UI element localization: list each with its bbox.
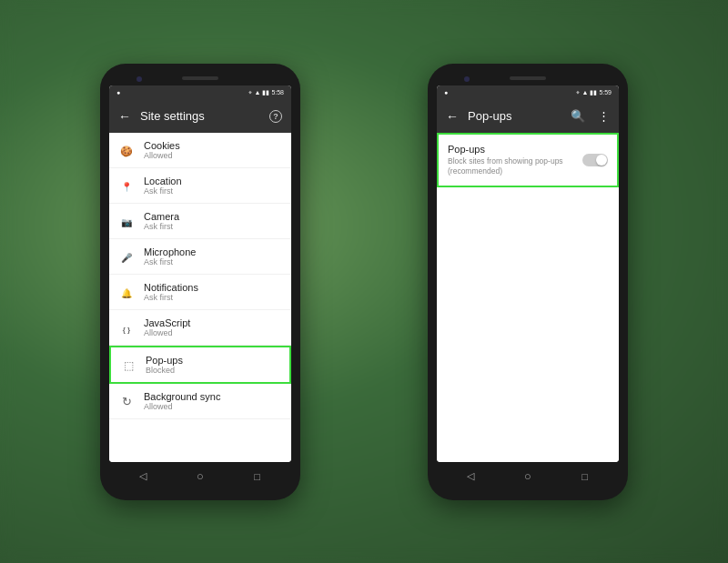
- phone-2-status-bar: ● ⌖ ▲ ▮▮ 5:59: [437, 85, 619, 100]
- background-sync-icon: [118, 394, 135, 408]
- microphone-text: Microphone Ask first: [144, 246, 196, 266]
- settings-item-popups[interactable]: Pop-ups Blocked: [109, 346, 291, 384]
- phone-1-back-button[interactable]: ←: [118, 109, 131, 124]
- phone-2-more-button[interactable]: ⋮: [598, 109, 610, 123]
- phone-2-recents-nav[interactable]: [576, 467, 594, 486]
- phone-1-status-bar: ● ⌖ ▲ ▮▮ 5:58: [109, 85, 291, 100]
- popup-setting-title: Pop-ups: [448, 144, 582, 155]
- popups-setting-item[interactable]: Pop-ups Block sites from showing pop-ups…: [437, 133, 619, 187]
- phone-1-camera: [136, 76, 142, 82]
- javascript-icon: [118, 320, 135, 335]
- phone-1-title: Site settings: [140, 109, 260, 123]
- phone-1: ● ⌖ ▲ ▮▮ 5:58 ← Site settings ? Cookies …: [100, 64, 300, 500]
- camera-subtitle: Ask first: [144, 222, 179, 231]
- background-sync-title: Background sync: [144, 391, 220, 402]
- phone-2: ● ⌖ ▲ ▮▮ 5:59 ← Pop-ups 🔍 ⋮ Pop-ups Bloc…: [428, 64, 628, 500]
- cookie-icon: [118, 143, 135, 157]
- time-display: 5:58: [271, 89, 284, 96]
- phone-1-speaker: [182, 76, 218, 80]
- settings-item-background-sync[interactable]: Background sync Allowed: [109, 384, 291, 419]
- phone-2-search-button[interactable]: 🔍: [571, 109, 585, 123]
- phone-2-top-bar: [437, 73, 619, 85]
- phone-2-bluetooth-icon: ⌖: [576, 89, 580, 96]
- popups-text: Pop-ups Blocked: [146, 355, 183, 375]
- popup-setting-subtitle: Block sites from showing pop-ups (recomm…: [448, 156, 582, 176]
- cookies-subtitle: Allowed: [144, 151, 180, 160]
- phone-2-app-bar: ← Pop-ups 🔍 ⋮: [437, 100, 619, 133]
- settings-item-location[interactable]: Location Ask first: [109, 168, 291, 204]
- notifications-subtitle: Ask first: [144, 293, 198, 302]
- javascript-text: JavaScript Allowed: [144, 317, 190, 337]
- phone-2-screen: ● ⌖ ▲ ▮▮ 5:59 ← Pop-ups 🔍 ⋮ Pop-ups Bloc…: [437, 85, 619, 462]
- background-sync-text: Background sync Allowed: [144, 391, 220, 411]
- phone-2-status-icons: ⌖ ▲ ▮▮ 5:59: [576, 89, 612, 96]
- phone-2-title: Pop-ups: [468, 109, 561, 123]
- phone-2-signal-icon: ▮▮: [590, 89, 597, 96]
- location-title: Location: [144, 176, 182, 186]
- javascript-title: JavaScript: [144, 317, 190, 328]
- location-subtitle: Ask first: [144, 186, 182, 196]
- cookies-title: Cookies: [144, 140, 180, 151]
- phone-1-back-nav[interactable]: [134, 467, 152, 486]
- microphone-icon: [118, 249, 135, 264]
- phone-2-content: Pop-ups Block sites from showing pop-ups…: [437, 133, 619, 462]
- phone-1-app-bar: ← Site settings ?: [109, 100, 291, 133]
- notifications-title: Notifications: [144, 282, 198, 293]
- phone-1-screen: ● ⌖ ▲ ▮▮ 5:58 ← Site settings ? Cookies …: [109, 85, 291, 462]
- phone-1-help-button[interactable]: ?: [269, 110, 282, 123]
- settings-item-javascript[interactable]: JavaScript Allowed: [109, 310, 291, 346]
- phone-1-home-nav[interactable]: [191, 467, 209, 486]
- settings-item-cookies[interactable]: Cookies Allowed: [109, 133, 291, 168]
- phone-2-back-nav[interactable]: [461, 467, 480, 486]
- popups-toggle[interactable]: [582, 154, 608, 166]
- cookies-text: Cookies Allowed: [144, 140, 180, 160]
- camera-icon: [118, 214, 135, 228]
- phone-2-back-button[interactable]: ←: [446, 109, 459, 124]
- phone-2-wifi-icon: ▲: [581, 89, 588, 96]
- phone-2-home-nav[interactable]: [519, 467, 537, 486]
- notifications-text: Notifications Ask first: [144, 282, 198, 302]
- popups-subtitle: Blocked: [146, 366, 183, 375]
- phone-1-nav-bar: [109, 462, 291, 491]
- phone-1-recents-nav[interactable]: [248, 467, 267, 486]
- popups-icon: [120, 357, 136, 372]
- location-icon: [118, 178, 135, 193]
- location-text: Location Ask first: [144, 176, 182, 196]
- phone-1-settings-list: Cookies Allowed Location Ask first Camer…: [109, 133, 291, 462]
- settings-item-camera[interactable]: Camera Ask first: [109, 204, 291, 239]
- phone-2-status-left: ●: [444, 89, 448, 96]
- wifi-icon: ▲: [254, 89, 260, 96]
- phone-2-speaker: [510, 76, 546, 80]
- popup-item-left: Pop-ups Block sites from showing pop-ups…: [448, 144, 582, 176]
- settings-item-microphone[interactable]: Microphone Ask first: [109, 239, 291, 275]
- phone-2-camera: [464, 76, 470, 82]
- microphone-title: Microphone: [144, 246, 196, 257]
- javascript-subtitle: Allowed: [144, 328, 190, 337]
- phone-2-time-display: 5:59: [599, 89, 612, 96]
- phone-2-nav-bar: [437, 462, 619, 491]
- signal-icon: ▮▮: [262, 89, 269, 96]
- popups-title: Pop-ups: [146, 355, 183, 366]
- camera-title: Camera: [144, 211, 179, 222]
- phone-1-status-icons: ⌖ ▲ ▮▮ 5:58: [248, 89, 284, 96]
- microphone-subtitle: Ask first: [144, 257, 196, 266]
- notifications-icon: [118, 285, 135, 299]
- bluetooth-icon: ⌖: [248, 89, 252, 96]
- background-sync-subtitle: Allowed: [144, 402, 220, 411]
- settings-item-notifications[interactable]: Notifications Ask first: [109, 275, 291, 310]
- camera-text: Camera Ask first: [144, 211, 179, 231]
- phone-1-top-bar: [109, 73, 291, 85]
- phone-1-status-left: ●: [116, 89, 120, 96]
